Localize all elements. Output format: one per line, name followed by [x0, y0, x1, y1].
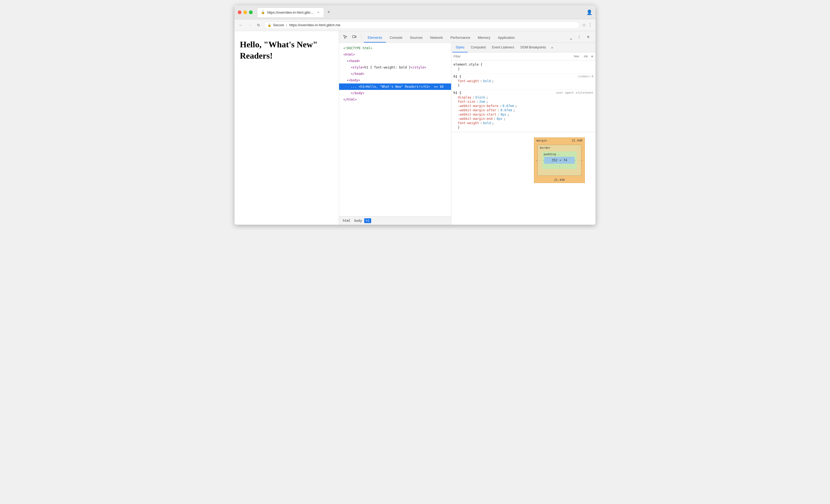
styles-tab-styles[interactable]: Styles [452, 43, 468, 53]
dom-line-body-close[interactable]: </body> [339, 90, 451, 96]
svg-rect-1 [355, 36, 356, 37]
ua-rule-display[interactable]: display : block ; [453, 95, 593, 99]
body-tag: <body> [348, 77, 360, 83]
body-close-tag: </body> [351, 90, 364, 96]
title-bar: 🔒 https://overrides-in-html.glitc… ✕ + 👤 [234, 5, 596, 19]
dom-line-head[interactable]: ▾ <head> [339, 58, 451, 64]
more-tabs-button[interactable]: » [568, 35, 574, 42]
border-right: - [578, 159, 580, 162]
h1-ua-selector[interactable]: user agent stylesheet h1 { [453, 91, 593, 95]
forward-button[interactable]: → [247, 22, 253, 29]
element-style-block: element.style { } [451, 62, 596, 73]
styles-tab-dom-breakpoints[interactable]: DOM Breakpoints [517, 43, 549, 53]
dom-line-body[interactable]: ▾ <body> [339, 77, 451, 84]
filter-actions: :hov .cls + [572, 54, 593, 59]
ua-rule-font-weight[interactable]: font-weight : bold ; [453, 121, 593, 125]
h1-open-tag: <h1> [359, 84, 366, 89]
h1-ua-selector-text: h1 { [453, 91, 461, 95]
h1-rule-font-weight[interactable]: font-weight : bold ; [453, 79, 593, 83]
tab-network[interactable]: Network [426, 33, 447, 42]
close-window-button[interactable] [238, 10, 242, 14]
ua-rule-margin-after[interactable]: -webkit-margin-after : 0.67em ; [453, 108, 593, 113]
address-input[interactable]: 🔒 Secure | https://overrides-in-html.gli… [264, 22, 579, 29]
element-picker-button[interactable] [341, 33, 349, 41]
element-style-close: } [453, 67, 593, 71]
url-separator: | [286, 23, 287, 27]
element-style-text: element.style { [453, 63, 482, 66]
tab-memory[interactable]: Memory [474, 33, 494, 42]
dom-line-h1[interactable]: ... <h1>Hello, "What's New" Readers!</h1… [339, 84, 451, 90]
ua-rule-margin-before[interactable]: -webkit-margin-before : 0.67em ; [453, 104, 593, 108]
h1-style-selector[interactable]: (index):4 h1 { [453, 75, 593, 78]
devtools-panel: Elements Console Sources Network Perform… [339, 31, 596, 225]
breadcrumb-html[interactable]: html [341, 218, 352, 223]
h1-style-close: } [453, 83, 593, 88]
border-label: border [540, 146, 550, 150]
tab-favicon: 🔒 [261, 10, 265, 14]
ua-rule-font-size[interactable]: font-size : 2em ; [453, 99, 593, 104]
tab-bar: 🔒 https://overrides-in-html.glitc… ✕ + [257, 7, 584, 17]
h1-style-origin: (index):4 [577, 75, 593, 78]
tab-application[interactable]: Application [494, 33, 519, 42]
devtools-settings-button[interactable]: ⋮ [575, 33, 583, 41]
tab-title: https://overrides-in-html.glitc… [267, 10, 314, 14]
devtools-close-button[interactable]: ✕ [584, 33, 592, 41]
doctype-text: <!DOCTYPE html> [343, 45, 372, 51]
styles-tab-computed[interactable]: Computed [468, 43, 489, 53]
styles-tab-event-listeners[interactable]: Event Listeners [489, 43, 517, 53]
page-heading: Hello, "What's New" Readers! [240, 39, 333, 61]
ua-origin-text: user agent stylesheet [556, 91, 593, 94]
dollar-zero: == $0 [430, 84, 444, 89]
devtools-body: <!DOCTYPE html> <html> ▾ <head> <style>h… [339, 43, 596, 225]
back-button[interactable]: ← [238, 22, 244, 29]
border-left: - [539, 159, 541, 162]
tab-sources[interactable]: Sources [406, 33, 426, 42]
svg-rect-0 [352, 36, 355, 38]
html-open-tag: <html> [343, 52, 355, 57]
minimize-window-button[interactable] [243, 10, 247, 14]
tab-performance[interactable]: Performance [447, 33, 474, 42]
responsive-mode-button[interactable] [350, 33, 358, 41]
ua-rule-margin-end[interactable]: -webkit-margin-end : 0px ; [453, 117, 593, 121]
main-content: Hello, "What's New" Readers! Elements Co… [234, 31, 596, 225]
dom-line-style[interactable]: <style>h1 { font-weight: bold }</style> [339, 64, 451, 71]
box-model-border: border - - - - padding - - - [538, 145, 581, 176]
new-tab-button[interactable]: + [325, 8, 333, 16]
tab-elements[interactable]: Elements [364, 33, 386, 42]
cls-button[interactable]: .cls [582, 54, 589, 59]
border-dash-bottom: - [558, 171, 561, 175]
secure-icon: 🔒 [267, 23, 272, 27]
traffic-lights [238, 10, 253, 14]
breadcrumb-body[interactable]: body [353, 218, 364, 223]
refresh-button[interactable]: ↻ [256, 22, 261, 28]
tab-close-button[interactable]: ✕ [316, 10, 320, 14]
styles-more-tabs[interactable]: » [550, 45, 554, 51]
element-style-selector[interactable]: element.style { [453, 63, 593, 66]
box-model-section: margin 21.440 21.440 - - border - - [451, 132, 596, 188]
browser-tab[interactable]: 🔒 https://overrides-in-html.glitc… ✕ [257, 7, 324, 17]
dom-line-head-close[interactable]: </head> [339, 71, 451, 77]
dom-panel: <!DOCTYPE html> <html> ▾ <head> <style>h… [339, 43, 451, 225]
bookmark-icon[interactable]: ☆ [582, 23, 586, 28]
box-model-padding: padding - - - - 352 × 74 [542, 151, 577, 169]
add-style-button[interactable]: + [591, 54, 593, 59]
more-actions-icon[interactable]: ⋮ [588, 23, 592, 28]
breadcrumb-h1[interactable]: h1 [364, 218, 371, 223]
html-close-tag: </html> [343, 97, 357, 102]
body-triangle-icon: ▾ [347, 77, 348, 83]
ua-rule-margin-start[interactable]: -webkit-margin-start : 0px ; [453, 113, 593, 117]
dom-content: <!DOCTYPE html> <html> ▾ <head> <style>h… [339, 43, 451, 216]
styles-tabs: Styles Computed Event Listeners DOM Brea… [451, 43, 596, 53]
margin-top-value: 21.440 [572, 139, 582, 142]
hov-button[interactable]: :hov [572, 54, 580, 59]
tab-console[interactable]: Console [386, 33, 406, 42]
maximize-window-button[interactable] [249, 10, 253, 14]
h1-close-tag: </h1> [420, 84, 430, 89]
url-secure: Secure [273, 23, 284, 27]
account-icon[interactable]: 👤 [586, 9, 592, 15]
dom-line-html-close[interactable]: </html> [339, 96, 451, 103]
styles-filter-input[interactable] [453, 55, 570, 58]
dom-line-html[interactable]: <html> [339, 51, 451, 58]
head-tag: <head> [348, 58, 360, 64]
dom-line-doctype[interactable]: <!DOCTYPE html> [339, 45, 451, 51]
